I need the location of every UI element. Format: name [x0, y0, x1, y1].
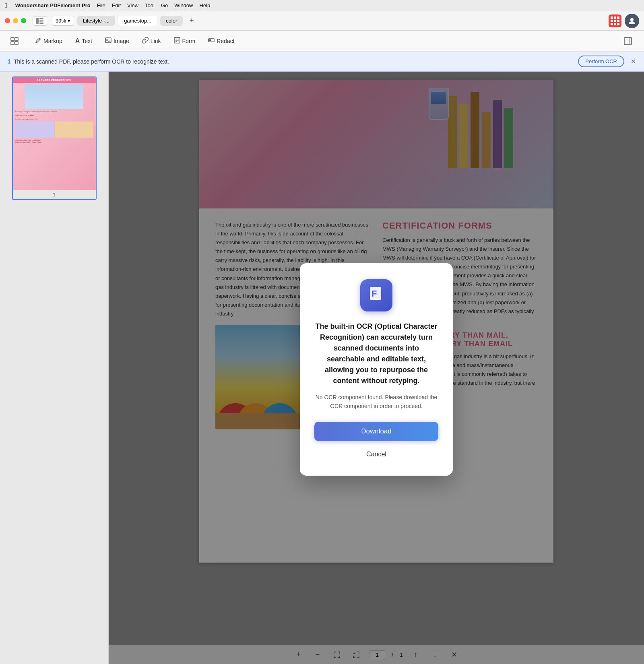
svg-line-9 [39, 39, 40, 40]
traffic-lights [5, 18, 26, 23]
menu-view[interactable]: View [127, 2, 138, 8]
svg-rect-3 [39, 23, 43, 24]
form-label: Form [182, 38, 196, 44]
thumb-header: PROMOTE PRODUCTIVITY [13, 77, 96, 83]
close-button[interactable] [5, 18, 10, 23]
svg-rect-17 [209, 39, 211, 41]
svg-point-11 [107, 39, 108, 40]
toolbar-separator-1 [26, 35, 26, 47]
modal-description: No OCR component found. Please download … [314, 393, 438, 411]
sidebar-toggle-button[interactable] [33, 16, 47, 26]
modal-app-icon: F [360, 279, 392, 311]
redact-icon [208, 37, 215, 45]
zoom-selector[interactable]: 99% ▾ [52, 16, 74, 26]
link-button[interactable]: Link [136, 35, 167, 47]
cancel-button[interactable]: Cancel [314, 446, 438, 463]
markup-icon [35, 37, 41, 45]
download-button[interactable]: Download [314, 422, 438, 441]
grid-view-button[interactable] [609, 14, 621, 27]
thumb-image [25, 85, 83, 109]
profile-button[interactable] [625, 14, 639, 28]
app-name: Wondershare PDFelement Pro [15, 2, 91, 8]
svg-rect-18 [624, 37, 632, 45]
grid-dots-icon [611, 16, 619, 25]
menu-edit[interactable]: Edit [112, 2, 121, 8]
redact-label: Redact [217, 38, 234, 44]
sidebar: PROMOTE PRODUCTIVITY The oil and gas ind… [0, 72, 109, 664]
image-label: Image [114, 38, 129, 44]
tab-lifestyle[interactable]: Lifestyle -... [77, 16, 115, 26]
page-number-1: 1 [13, 190, 96, 199]
svg-rect-0 [36, 18, 39, 24]
image-icon [105, 37, 111, 45]
form-button[interactable]: Form [168, 35, 201, 47]
thumb-cert-title: CERTIFICATION FORMS [13, 114, 96, 118]
form-icon [174, 37, 180, 45]
svg-rect-5 [11, 37, 14, 41]
modal-overlay: F The built-in OCR (Optical Character Re… [109, 72, 644, 664]
apple-menu[interactable]:  [5, 2, 7, 9]
markup-label: Markup [43, 38, 62, 44]
toolbar: Markup A Text Image Link [0, 31, 644, 52]
svg-rect-8 [15, 41, 18, 45]
info-icon: ℹ [8, 58, 10, 65]
link-icon [142, 37, 149, 45]
pdf-content-area[interactable]: The oil and gas industry is one of the m… [109, 72, 644, 664]
panel-toggle-button[interactable] [618, 35, 638, 47]
title-bar: 99% ▾ Lifestyle -... gamestop... color + [0, 11, 644, 31]
menu-tool[interactable]: Tool [145, 2, 155, 8]
thumb-cert-text: Certification is generally a back and fo… [13, 118, 96, 121]
menu-go[interactable]: Go [161, 2, 168, 8]
page-thumbnail-1[interactable]: PROMOTE PRODUCTIVITY The oil and gas ind… [12, 76, 97, 200]
maximize-button[interactable] [21, 18, 26, 23]
redact-button[interactable]: Redact [202, 35, 240, 47]
main-area: PROMOTE PRODUCTIVITY The oil and gas ind… [0, 72, 644, 664]
svg-rect-2 [39, 20, 43, 21]
minimize-button[interactable] [13, 18, 18, 23]
thumb-text: The oil and gas industry is one of the m… [13, 110, 96, 114]
thumb-image-row [13, 121, 96, 138]
ocr-banner: ℹ This is a scanned PDF, please perform … [0, 52, 644, 72]
svg-point-4 [630, 18, 634, 21]
text-icon: A [75, 37, 80, 45]
text-label: Text [82, 38, 92, 44]
svg-rect-1 [39, 18, 43, 19]
menu-help[interactable]: Help [199, 2, 210, 8]
link-label: Link [151, 38, 161, 44]
svg-text:F: F [372, 289, 377, 299]
tab-color[interactable]: color [160, 16, 183, 26]
layout-button[interactable] [6, 35, 23, 47]
menu-file[interactable]: File [97, 2, 105, 8]
menu-window[interactable]: Window [174, 2, 193, 8]
image-button[interactable]: Image [99, 35, 135, 47]
ocr-banner-text: This is a scanned PDF, please perform OC… [14, 58, 575, 65]
add-tab-button[interactable]: + [186, 15, 197, 27]
ocr-modal: F The built-in OCR (Optical Character Re… [300, 263, 453, 476]
svg-rect-6 [15, 37, 18, 41]
markup-button[interactable]: Markup [29, 35, 68, 47]
thumb-heading: QUICKER DELIVERY THAN MAIL,CLEARER DELIV… [13, 138, 96, 144]
tab-gamestop[interactable]: gamestop... [118, 16, 157, 26]
modal-title: The built-in OCR (Optical Character Reco… [314, 321, 438, 386]
perform-ocr-button[interactable]: Perform OCR [578, 56, 624, 67]
text-button[interactable]: A Text [70, 35, 98, 47]
svg-rect-7 [11, 41, 14, 45]
menu-bar:  Wondershare PDFelement Pro File Edit V… [0, 0, 644, 11]
ocr-banner-close[interactable]: ✕ [631, 58, 636, 65]
app-logo-f: F [367, 285, 385, 306]
